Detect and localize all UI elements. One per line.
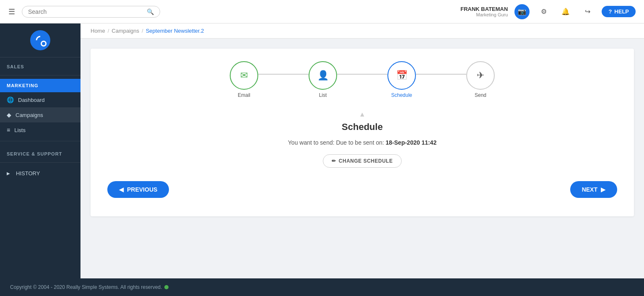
notifications-button[interactable]: 🔔 (558, 4, 573, 19)
chevron-right-icon: ▶ (7, 171, 10, 176)
search-box: 🔍 (22, 6, 160, 18)
camera-icon: 📷 (518, 8, 526, 16)
help-button[interactable]: ? HELP (602, 6, 636, 17)
step-list-label: List (319, 92, 327, 98)
user-info: FRANK BATEMAN Marketing Guru (460, 6, 508, 17)
schedule-title: Schedule (107, 122, 617, 132)
next-label: NEXT (582, 186, 597, 193)
step-list-circle: 👤 (309, 61, 337, 90)
status-dot (164, 285, 169, 289)
svg-point-2 (42, 42, 45, 45)
topbar-right: FRANK BATEMAN Marketing Guru 📷 ⚙ 🔔 ↪ ? H… (460, 4, 636, 19)
step-schedule-label: Schedule (391, 92, 412, 98)
settings-button[interactable]: ⚙ (536, 4, 551, 19)
topbar: ☰ 🔍 FRANK BATEMAN Marketing Guru 📷 ⚙ 🔔 ↪… (0, 0, 644, 23)
breadcrumb-sep-1: / (108, 28, 109, 34)
sidebar-item-history[interactable]: ▶ HISTORY (0, 166, 80, 181)
footer: Copyright © 2004 - 2020 Really Simple Sy… (0, 278, 644, 296)
breadcrumb-campaigns[interactable]: Campaigns (112, 28, 139, 34)
user-name: FRANK BATEMAN (460, 6, 508, 12)
step-email-circle: ✉ (230, 61, 258, 90)
schedule-info-prefix: You want to send: Due to be sent on: (288, 139, 384, 146)
breadcrumb-current: September Newsletter.2 (146, 28, 204, 34)
campaign-card: ✉ Email 👤 List (91, 49, 634, 216)
search-input[interactable] (28, 8, 147, 15)
previous-button[interactable]: ◀ PREVIOUS (107, 181, 169, 198)
sales-section-label: SALES (0, 57, 80, 72)
send-step-icon: ✈ (477, 70, 484, 81)
nav-buttons: ◀ PREVIOUS NEXT ▶ (107, 181, 617, 198)
sidebar-item-campaigns[interactable]: ◆ Campaigns (0, 107, 80, 122)
step-email-label: Email (238, 92, 250, 98)
bell-icon: 🔔 (561, 8, 570, 16)
gear-icon: ⚙ (541, 8, 547, 16)
steps-row: ✉ Email 👤 List (107, 61, 617, 98)
chevron-left-icon: ◀ (119, 186, 124, 193)
breadcrumb-home[interactable]: Home (91, 28, 105, 34)
pencil-icon: ✏ (332, 158, 336, 164)
connector-1 (258, 74, 309, 75)
search-icon: 🔍 (147, 8, 154, 15)
schedule-info: You want to send: Due to be sent on: 18-… (107, 139, 617, 146)
page-body: ✉ Email 👤 List (80, 39, 644, 278)
breadcrumb: Home / Campaigns / September Newsletter.… (80, 23, 644, 39)
step-send-label: Send (475, 92, 486, 98)
campaigns-icon: ◆ (7, 112, 11, 118)
schedule-step-icon: 📅 (396, 70, 408, 81)
exit-icon: ↪ (585, 8, 590, 16)
step-schedule-circle: 📅 (387, 61, 416, 90)
lists-icon: ≡ (7, 127, 10, 133)
next-button[interactable]: NEXT ▶ (570, 181, 617, 198)
logo (30, 30, 50, 50)
service-section-label: SERVICE & SUPPORT (0, 145, 80, 159)
step-schedule: 📅 Schedule (387, 61, 416, 98)
step-email: ✉ Email (230, 61, 258, 98)
change-schedule-button[interactable]: ✏ CHANGE SCHEDULE (323, 154, 401, 168)
footer-copyright: Copyright © 2004 - 2020 Really Simple Sy… (10, 284, 162, 290)
logo-area (0, 23, 80, 57)
user-role: Marketing Guru (460, 12, 508, 17)
sidebar-item-dashboard[interactable]: 🌐 Dashboard (0, 92, 80, 107)
dashboard-icon: 🌐 (7, 96, 14, 103)
schedule-section: ▲ Schedule You want to send: Due to be s… (107, 111, 617, 168)
main-layout: SALES MARKETING 🌐 Dashboard ◆ Campaigns … (0, 23, 644, 278)
menu-icon[interactable]: ☰ (8, 7, 15, 16)
connector-3 (416, 74, 466, 75)
step-send: ✈ Send (466, 61, 495, 98)
step-send-circle: ✈ (466, 61, 495, 90)
camera-button[interactable]: 📷 (514, 4, 530, 19)
content-area: Home / Campaigns / September Newsletter.… (80, 23, 644, 278)
email-step-icon: ✉ (240, 70, 248, 81)
sidebar-item-marketing: MARKETING (0, 79, 80, 92)
caret-indicator: ▲ (107, 111, 617, 118)
previous-label: PREVIOUS (127, 186, 157, 193)
change-schedule-label: CHANGE SCHEDULE (339, 158, 393, 164)
list-step-icon: 👤 (317, 70, 329, 81)
question-icon: ? (608, 8, 612, 15)
breadcrumb-sep-2: / (142, 28, 143, 34)
chevron-right-icon: ▶ (601, 186, 605, 193)
schedule-datetime: 18-Sep-2020 11:42 (386, 139, 436, 146)
sidebar-item-lists[interactable]: ≡ Lists (0, 122, 80, 138)
sidebar: SALES MARKETING 🌐 Dashboard ◆ Campaigns … (0, 23, 80, 278)
logout-button[interactable]: ↪ (580, 4, 595, 19)
connector-2 (337, 74, 387, 75)
step-list: 👤 List (309, 61, 337, 98)
